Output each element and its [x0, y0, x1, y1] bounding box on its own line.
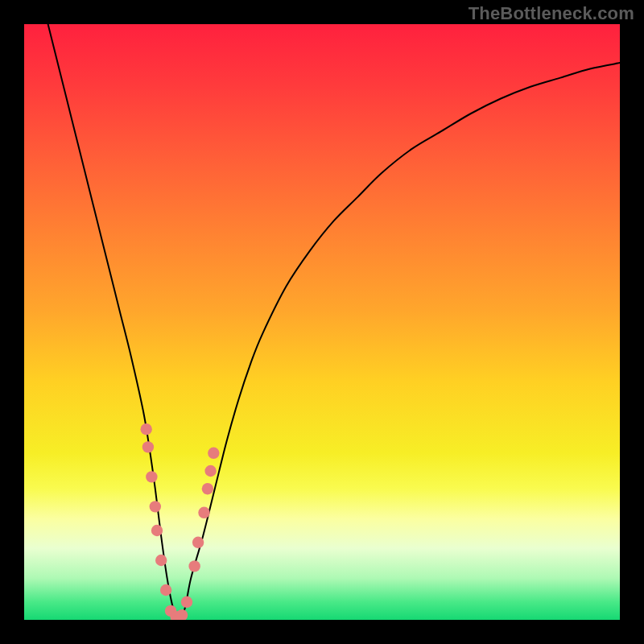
plot-area — [24, 24, 620, 620]
data-marker — [192, 537, 204, 548]
data-marker — [176, 609, 188, 620]
data-marker — [151, 525, 163, 536]
data-marker — [188, 560, 200, 572]
data-markers — [141, 423, 220, 620]
data-marker — [198, 507, 209, 518]
chart-svg — [24, 24, 620, 620]
data-marker — [208, 448, 219, 459]
data-marker — [181, 597, 192, 608]
data-marker — [204, 465, 216, 477]
data-marker — [160, 584, 171, 596]
data-marker — [146, 471, 157, 482]
outer-frame: TheBottleneck.com — [0, 0, 644, 644]
bottleneck-curve — [48, 24, 620, 620]
data-marker — [142, 441, 154, 452]
data-marker — [150, 501, 161, 512]
data-marker — [141, 423, 152, 435]
data-marker — [155, 555, 167, 566]
watermark-text: TheBottleneck.com — [469, 3, 634, 24]
data-marker — [202, 483, 213, 494]
